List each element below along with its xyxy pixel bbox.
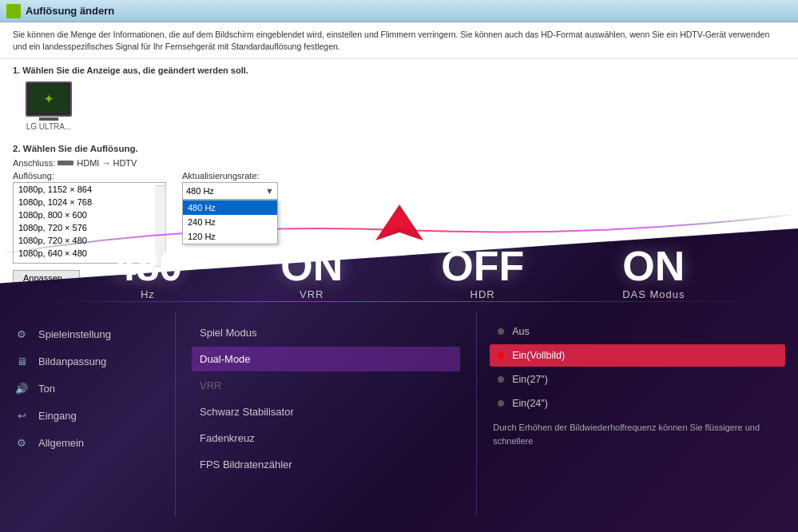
osd-nav-item[interactable]: ↩Eingang bbox=[0, 402, 175, 429]
section3-panel: 3. Übernehmen Sie die folgenden Einstell… bbox=[0, 286, 798, 356]
refresh-label: Aktualisierungsrate: bbox=[182, 171, 278, 181]
dynamisch-label: Dyn. bbox=[131, 328, 195, 337]
monitor-icon[interactable]: ✦ LG ULTRA... bbox=[26, 81, 72, 131]
desktop-farbe-label: Desktop-Farbtiefe: bbox=[13, 328, 125, 337]
resolution-list-container: Auflösung: 1080p, 1152 × 8641080p, 1024 … bbox=[13, 171, 166, 264]
radio-nvidia-circle[interactable] bbox=[13, 316, 22, 325]
desktop-farbe-input[interactable]: Höchste (32 Bit) bbox=[13, 339, 125, 353]
beschreibung-label: Beschreibung: bbox=[0, 356, 798, 372]
resolution-item[interactable]: 1080p, 720 × 576 bbox=[14, 221, 165, 234]
resolution-scrollbar[interactable] bbox=[155, 185, 166, 267]
window-title: Auflösung ändern bbox=[26, 5, 114, 17]
description-text: Sie können die Menge der Informationen, … bbox=[0, 22, 798, 59]
refresh-option[interactable]: 240 Hz bbox=[183, 215, 277, 229]
osd-nav-item[interactable]: ⚙Allgemein bbox=[0, 429, 175, 456]
refresh-option[interactable]: 480 Hz bbox=[183, 200, 277, 215]
dynamisch-input[interactable]: 8 b bbox=[131, 339, 195, 353]
connection-label: Anschluss: bbox=[13, 158, 55, 168]
osd-nav-label: Allgemein bbox=[38, 437, 84, 449]
osd-menu-item[interactable]: Schwarz Stabilisator bbox=[192, 399, 460, 424]
section1-label: 1. Wählen Sie die Anzeige aus, die geänd… bbox=[13, 66, 785, 75]
refresh-current-value: 480 Hz bbox=[186, 186, 214, 196]
osd-nav-label: Eingang bbox=[38, 410, 77, 422]
chevron-down-icon: ▼ bbox=[265, 186, 274, 196]
radio-standard-label: Standard-Farbeinstellungen verwenden bbox=[26, 304, 180, 313]
osd-item-dot bbox=[498, 400, 504, 407]
monitor-image: ✦ bbox=[26, 81, 72, 117]
refresh-container: Aktualisierungsrate: 480 Hz ▼ 480 Hz240 … bbox=[182, 171, 278, 200]
refresh-select[interactable]: 480 Hz ▼ 480 Hz240 Hz120 Hz bbox=[182, 182, 278, 200]
resolution-listbox[interactable]: 1080p, 1152 × 8641080p, 1024 × 7681080p,… bbox=[13, 182, 166, 264]
nvidia-logo: ✦ bbox=[44, 93, 54, 105]
resolution-item[interactable]: PC bbox=[14, 260, 165, 264]
resolution-item[interactable]: 1080p, 1024 × 768 bbox=[14, 196, 165, 208]
resolution-item[interactable]: 1080p, 720 × 480 bbox=[14, 234, 165, 247]
resolution-item[interactable]: 1080p, 640 × 480 bbox=[14, 247, 165, 260]
display-area: ✦ LG ULTRA... bbox=[26, 81, 785, 131]
osd-nav-icon: ⚙ bbox=[13, 435, 30, 450]
verwendung-label: Typische Verwendungs-Szenarien: bbox=[0, 372, 798, 385]
osd-desc-text: Durch Erhöhen der Bildwiederholfrequenz … bbox=[490, 421, 785, 447]
resolution-item[interactable]: 1080p, 1152 × 864 bbox=[14, 183, 165, 196]
radio-nvidia-label: NVIDIA-Farbeinstellungen verwenden bbox=[26, 316, 173, 325]
monitor-stand bbox=[39, 117, 58, 121]
voll-field: Voll bbox=[288, 328, 351, 353]
refresh-option[interactable]: 120 Hz bbox=[183, 229, 277, 244]
app-icon bbox=[6, 4, 21, 18]
ausgabe-farbe-field: Ausgabe-Farbformat: RGB bbox=[201, 328, 281, 353]
section3-label: 3. Übernehmen Sie die folgenden Einstell… bbox=[13, 289, 785, 299]
osd-menu-item[interactable]: Fadenkreuz bbox=[192, 426, 460, 451]
resolution-label: Auflösung: bbox=[13, 171, 166, 181]
refresh-select-box[interactable]: 480 Hz ▼ bbox=[182, 182, 278, 200]
form-grid: Desktop-Farbtiefe: Höchste (32 Bit) Dyn.… bbox=[13, 328, 785, 353]
desktop-farbe-field: Desktop-Farbtiefe: Höchste (32 Bit) bbox=[13, 328, 125, 353]
connection-value: HDMI → HDTV bbox=[77, 158, 137, 168]
section2-label: 2. Wählen Sie die Auflösung. bbox=[13, 144, 785, 153]
anpassen-button[interactable]: Anpassen... bbox=[13, 270, 80, 286]
resolution-row: Auflösung: 1080p, 1152 × 8641080p, 1024 … bbox=[13, 171, 785, 264]
ausgabe-farbe-input[interactable]: RGB bbox=[201, 339, 281, 353]
resolution-item[interactable]: 1080p, 800 × 600 bbox=[14, 208, 165, 221]
refresh-dropdown[interactable]: 480 Hz240 Hz120 Hz bbox=[182, 200, 278, 244]
osd-menu-item[interactable]: FPS Bildratenzähler bbox=[192, 452, 460, 477]
main-content: Sie können die Menge der Informationen, … bbox=[0, 22, 798, 532]
section2-panel: 2. Wählen Sie die Auflösung. Anschluss: … bbox=[0, 144, 798, 286]
osd-nav-icon: ↩ bbox=[13, 408, 30, 423]
radio-nvidia[interactable]: NVIDIA-Farbeinstellungen verwenden bbox=[13, 316, 785, 325]
radio-standard-circle[interactable] bbox=[13, 304, 22, 313]
dynamisch-field: Dyn. 8 b bbox=[131, 328, 195, 353]
section1-panel: 1. Wählen Sie die Anzeige aus, die geänd… bbox=[0, 59, 798, 144]
ausgabe-farbe-label: Ausgabe-Farbformat: bbox=[201, 328, 281, 337]
monitor-label: LG ULTRA... bbox=[26, 122, 72, 131]
monitor-screen: ✦ bbox=[30, 85, 68, 113]
connection-row: Anschluss: HDMI → HDTV bbox=[13, 158, 785, 168]
osd-right-item[interactable]: Ein(24") bbox=[490, 392, 785, 415]
voll-input[interactable]: Voll bbox=[288, 330, 351, 344]
svg-marker-0 bbox=[9, 6, 18, 15]
title-bar: Auflösung ändern bbox=[0, 0, 798, 22]
osd-right-item-label: Ein(24") bbox=[512, 398, 548, 409]
hdmi-icon bbox=[58, 161, 73, 165]
radio-standard[interactable]: Standard-Farbeinstellungen verwenden bbox=[13, 304, 785, 313]
